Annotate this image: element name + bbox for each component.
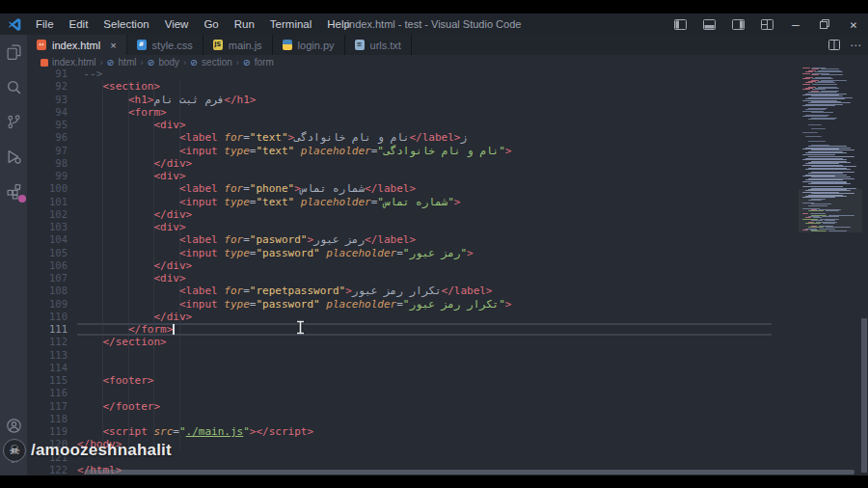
account-icon[interactable] (4, 416, 23, 435)
close-tab-icon[interactable]: × (110, 40, 116, 51)
toggle-sidebar-icon[interactable] (665, 14, 694, 35)
line-number[interactable]: 118 (27, 413, 75, 425)
line-number[interactable]: 97 (27, 145, 75, 157)
breadcrumb-item-body[interactable]: ⊘body (147, 57, 179, 68)
source-control-icon[interactable] (4, 112, 23, 131)
tab-main.js[interactable]: JSmain.js (203, 35, 273, 55)
breadcrumb-item-html[interactable]: ⊘html (107, 57, 137, 68)
code-line[interactable]: <script src="./main.js"></script> (77, 425, 772, 438)
breadcrumb-item-section[interactable]: ⊘section (190, 57, 232, 68)
tab-style.css[interactable]: #style.css (127, 35, 203, 55)
breadcrumb-item-form[interactable]: ⊘form (243, 57, 274, 68)
code-line[interactable]: </div> (77, 208, 772, 221)
line-number[interactable]: 117 (27, 400, 75, 413)
explorer-icon[interactable] (4, 42, 23, 62)
line-number[interactable]: 112 (27, 336, 75, 348)
code-token: رمز عبور (313, 233, 365, 246)
code-line[interactable]: </div> (77, 157, 772, 170)
breadcrumb-item-index.html[interactable]: index.html (41, 57, 96, 68)
code-line[interactable]: </form> (77, 323, 772, 336)
line-number[interactable]: 101 (27, 196, 75, 208)
code-line[interactable]: <label for="repetpassword">تکرار رمز عبو… (77, 285, 772, 297)
minimap-viewport[interactable] (799, 189, 862, 232)
code-line[interactable]: <input type="password" placeholder="رمز … (77, 247, 772, 259)
line-number[interactable]: 107 (27, 272, 75, 285)
close-window-icon[interactable]: × (839, 14, 868, 35)
menu-item-view[interactable]: View (158, 16, 196, 32)
code-line[interactable]: </section> (77, 336, 772, 348)
code-line[interactable]: <form> (77, 106, 772, 119)
tab-index.html[interactable]: ‹›index.html× (27, 35, 127, 55)
code-line[interactable] (77, 349, 772, 362)
search-icon[interactable] (4, 77, 23, 96)
code-line[interactable]: <input type="password" placeholder="تکرا… (77, 298, 772, 311)
code-line[interactable]: </footer> (77, 400, 772, 413)
line-number[interactable]: 102 (27, 208, 75, 221)
line-number[interactable]: 93 (27, 94, 75, 106)
code-line[interactable]: <div> (77, 119, 772, 131)
code-line[interactable] (77, 387, 772, 399)
code-line[interactable]: <div> (77, 221, 772, 233)
line-number[interactable]: 106 (27, 259, 75, 272)
code-line[interactable]: <section> (77, 80, 772, 93)
menu-item-edit[interactable]: Edit (63, 16, 95, 32)
line-number[interactable]: 108 (27, 285, 75, 297)
restore-icon[interactable] (810, 14, 839, 35)
tab-login.py[interactable]: login.py (273, 35, 345, 55)
line-number[interactable]: 98 (27, 157, 75, 170)
line-number[interactable]: 99 (27, 170, 75, 182)
line-number[interactable]: 96 (27, 131, 75, 144)
line-number[interactable]: 110 (27, 311, 75, 323)
customize-layout-icon[interactable] (752, 14, 781, 35)
code-line[interactable]: <input type="text" placeholder="نام و نا… (77, 145, 772, 157)
line-number[interactable]: 104 (27, 233, 75, 246)
menu-item-terminal[interactable]: Terminal (263, 16, 318, 32)
code-line[interactable]: <footer> (77, 374, 772, 387)
line-number[interactable]: 119 (27, 425, 75, 438)
toggle-panel-icon[interactable] (694, 14, 723, 35)
code-line[interactable]: <div> (77, 272, 772, 285)
menu-item-file[interactable]: File (29, 16, 61, 32)
line-number[interactable]: 91 (27, 68, 75, 80)
horizontal-scrollbar[interactable] (85, 470, 854, 474)
line-number[interactable]: 115 (27, 374, 75, 387)
line-number[interactable]: 95 (27, 119, 75, 131)
line-number[interactable]: 113 (27, 349, 75, 362)
code-line[interactable] (77, 413, 772, 425)
toggle-secondary-sidebar-icon[interactable] (723, 14, 752, 35)
menu-item-go[interactable]: Go (197, 16, 225, 32)
line-number[interactable]: 105 (27, 247, 75, 259)
code-line[interactable]: <label for="phone">شماره تماس</label> (77, 182, 772, 195)
code-line[interactable]: <label for="text">نام و نام خانوادگی</la… (77, 131, 772, 144)
vertical-scrollbar[interactable] (861, 318, 867, 473)
code-line[interactable]: </body> (77, 438, 772, 450)
code-line[interactable] (77, 451, 772, 464)
code-line[interactable]: </div> (77, 311, 772, 323)
line-number[interactable]: 100 (27, 182, 75, 195)
line-number[interactable]: 111 (27, 323, 75, 336)
minimap[interactable] (800, 68, 860, 473)
code-line[interactable] (77, 362, 772, 374)
extensions-icon[interactable] (4, 181, 23, 201)
code-line[interactable]: <h1>فرم ثبت نام</h1> (77, 94, 772, 106)
line-number[interactable]: 94 (27, 106, 75, 119)
code-line[interactable]: --> (77, 68, 772, 80)
line-number[interactable]: 103 (27, 221, 75, 233)
tab-urls.txt[interactable]: ≡urls.txt (345, 35, 412, 55)
code-line[interactable]: <div> (77, 170, 772, 182)
run-debug-icon[interactable] (4, 147, 23, 166)
line-number[interactable]: 122 (27, 464, 75, 476)
code-line[interactable]: <label for="pasword">رمز عبور</label> (77, 233, 772, 246)
code-line[interactable]: </div> (77, 259, 772, 272)
code-editor[interactable]: --> <section> <h1>فرم ثبت نام</h1> <form… (77, 68, 772, 475)
menu-item-selection[interactable]: Selection (96, 16, 155, 32)
code-line[interactable]: <input type="text" placeholder="شماره تم… (77, 196, 772, 208)
line-number[interactable]: 92 (27, 80, 75, 93)
more-actions-icon[interactable]: ⋯ (850, 39, 862, 52)
line-number[interactable]: 116 (27, 387, 75, 399)
line-number[interactable]: 114 (27, 362, 75, 374)
menu-item-run[interactable]: Run (228, 16, 261, 32)
line-number[interactable]: 109 (27, 298, 75, 311)
minimize-icon[interactable]: – (781, 14, 810, 35)
split-editor-icon[interactable] (828, 37, 840, 54)
